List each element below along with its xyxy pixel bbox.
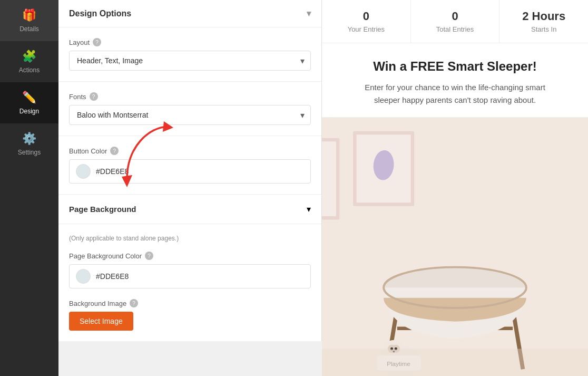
select-image-button[interactable]: Select Image bbox=[69, 312, 133, 331]
preview-image-area: Playtime bbox=[322, 118, 588, 376]
bg-color-field[interactable]: #DDE6E8 bbox=[69, 264, 311, 288]
design-panel-wrapper: Design Options ▾ Layout ? Header, Text, … bbox=[58, 0, 322, 376]
stat-your-entries: 0 Your Entries bbox=[322, 0, 411, 43]
gear-icon: ⚙️ bbox=[22, 132, 36, 146]
bg-image-label: Background Image ? bbox=[69, 299, 311, 307]
nursery-scene-svg: Playtime bbox=[322, 118, 588, 376]
layout-label: Layout ? bbox=[69, 38, 311, 46]
sidebar-item-label-settings: Settings bbox=[18, 149, 41, 156]
bg-color-label: Page Background Color ? bbox=[69, 252, 311, 260]
button-color-help-icon[interactable]: ? bbox=[110, 147, 119, 155]
gift-icon: 🎁 bbox=[22, 8, 36, 22]
bg-color-swatch[interactable] bbox=[76, 269, 91, 284]
sidebar-item-settings[interactable]: ⚙️ Settings bbox=[0, 123, 58, 165]
button-color-section: Button Color ? #DDE6E8 bbox=[58, 136, 321, 195]
page-background-content: (Only applicable to stand alone pages.) … bbox=[58, 224, 321, 341]
page-background-section: Page Background ▾ (Only applicable to st… bbox=[58, 195, 321, 341]
preview-content: Win a FREE Smart Sleeper! Enter for your… bbox=[322, 43, 588, 118]
page-bg-chevron-icon[interactable]: ▾ bbox=[307, 204, 311, 214]
sidebar-item-label-design: Design bbox=[19, 108, 39, 115]
panel-title: Design Options bbox=[69, 9, 131, 18]
page-background-helper: (Only applicable to stand alone pages.) bbox=[69, 235, 311, 242]
layout-section: Layout ? Header, Text, Image ▾ bbox=[58, 27, 321, 82]
chevron-down-icon[interactable]: ▾ bbox=[307, 8, 311, 18]
svg-rect-29 bbox=[322, 349, 588, 376]
fonts-label: Fonts ? bbox=[69, 92, 311, 101]
preview-stats-bar: 0 Your Entries 0 Total Entries 2 Hours S… bbox=[322, 0, 588, 43]
layout-help-icon[interactable]: ? bbox=[93, 38, 101, 46]
your-entries-number: 0 bbox=[327, 9, 405, 23]
stat-total-entries: 0 Total Entries bbox=[411, 0, 500, 43]
sidebar-item-details[interactable]: 🎁 Details bbox=[0, 0, 58, 41]
button-color-value: #DDE6E8 bbox=[96, 167, 129, 176]
your-entries-label: Your Entries bbox=[327, 25, 405, 33]
button-color-field[interactable]: #DDE6E8 bbox=[69, 159, 311, 184]
stat-starts-in: 2 Hours Starts In bbox=[499, 0, 588, 43]
button-color-label: Button Color ? bbox=[69, 147, 311, 155]
button-color-swatch[interactable] bbox=[76, 164, 91, 179]
fonts-help-icon[interactable]: ? bbox=[90, 92, 98, 101]
sidebar-item-label-details: Details bbox=[19, 25, 39, 33]
preview-panel: 0 Your Entries 0 Total Entries 2 Hours S… bbox=[322, 0, 588, 376]
bg-color-help-icon[interactable]: ? bbox=[145, 252, 153, 260]
layout-select[interactable]: Header, Text, Image bbox=[69, 51, 311, 71]
sidebar-item-actions[interactable]: 🧩 Actions bbox=[0, 41, 58, 82]
sidebar: 🎁 Details 🧩 Actions ✏️ Design ⚙️ Setting… bbox=[0, 0, 58, 376]
pencil-icon: ✏️ bbox=[22, 91, 36, 104]
svg-rect-4 bbox=[322, 141, 336, 216]
starts-in-number: 2 Hours bbox=[505, 9, 583, 23]
total-entries-label: Total Entries bbox=[416, 25, 494, 33]
page-background-header[interactable]: Page Background ▾ bbox=[58, 195, 321, 224]
design-panel: Design Options ▾ Layout ? Header, Text, … bbox=[58, 0, 322, 341]
preview-body: Enter for your chance to win the life-ch… bbox=[355, 81, 555, 107]
fonts-select-wrapper: Baloo with Montserrat ▾ bbox=[69, 105, 311, 125]
page-background-title: Page Background bbox=[69, 205, 136, 214]
fonts-section: Fonts ? Baloo with Montserrat ▾ bbox=[58, 82, 321, 136]
panel-header: Design Options ▾ bbox=[58, 0, 321, 27]
sidebar-item-design[interactable]: ✏️ Design bbox=[0, 82, 58, 123]
starts-in-label: Starts In bbox=[505, 25, 583, 33]
bg-color-value: #DDE6E8 bbox=[96, 272, 129, 281]
total-entries-number: 0 bbox=[416, 9, 494, 23]
fonts-select[interactable]: Baloo with Montserrat bbox=[69, 105, 311, 125]
layout-select-wrapper: Header, Text, Image ▾ bbox=[69, 51, 311, 71]
preview-title: Win a FREE Smart Sleeper! bbox=[343, 59, 567, 74]
bg-image-help-icon[interactable]: ? bbox=[130, 299, 138, 307]
puzzle-icon: 🧩 bbox=[22, 50, 36, 63]
sidebar-item-label-actions: Actions bbox=[19, 66, 40, 74]
